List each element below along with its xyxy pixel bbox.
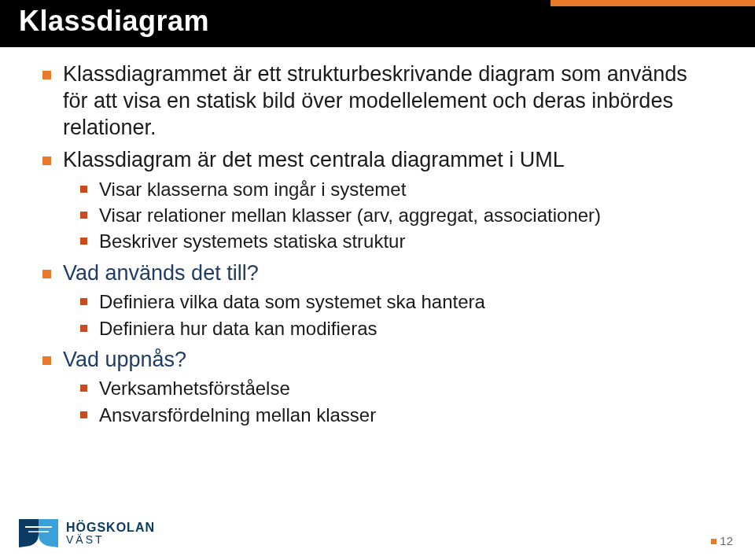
page-number-value: 12 [720, 534, 733, 547]
page-number-bullet-icon [711, 539, 716, 544]
sub-bullet-list: Definiera vilka data som systemet ska ha… [63, 289, 713, 340]
title-accent-strip [551, 0, 755, 6]
bullet-text: Klassdiagram är det mest centrala diagra… [63, 148, 565, 171]
logo-line2: VÄST [66, 534, 155, 545]
content-area: Klassdiagrammet är ett strukturbeskrivan… [42, 61, 713, 433]
sub-bullet-item: Visar klasserna som ingår i systemet [77, 177, 713, 201]
bullet-item: Klassdiagram är det mest centrala diagra… [42, 147, 713, 253]
title-bar: Klassdiagram [0, 0, 755, 47]
logo-mark-icon [17, 518, 60, 549]
sub-bullet-item: Verksamhetsförståelse [77, 376, 713, 400]
sub-bullet-text: Verksamhetsförståelse [99, 378, 290, 399]
logo-text: HÖGSKOLAN VÄST [66, 521, 155, 545]
bullet-text: Vad används det till? [63, 261, 259, 285]
sub-bullet-text: Visar relationer mellan klasser (arv, ag… [99, 204, 601, 226]
sub-bullet-list: Verksamhetsförståelse Ansvarsfördelning … [63, 376, 713, 426]
sub-bullet-item: Beskriver systemets statiska struktur [77, 229, 713, 253]
sub-bullet-text: Definiera vilka data som systemet ska ha… [99, 291, 485, 312]
sub-bullet-text: Definiera hur data kan modifieras [99, 318, 378, 339]
logo: HÖGSKOLAN VÄST [17, 518, 155, 549]
sub-bullet-text: Beskriver systemets statiska struktur [99, 230, 405, 252]
sub-bullet-item: Definiera hur data kan modifieras [77, 316, 713, 341]
bullet-list: Klassdiagrammet är ett strukturbeskrivan… [42, 61, 713, 427]
sub-bullet-text: Visar klasserna som ingår i systemet [99, 179, 406, 200]
sub-bullet-list: Visar klasserna som ingår i systemet Vis… [63, 177, 713, 254]
page-number: 12 [711, 534, 733, 547]
sub-bullet-item: Visar relationer mellan klasser (arv, ag… [77, 203, 713, 227]
slide: Klassdiagram Klassdiagrammet är ett stru… [0, 0, 755, 560]
slide-title: Klassdiagram [19, 5, 209, 38]
bullet-item: Klassdiagrammet är ett strukturbeskrivan… [42, 61, 713, 141]
bullet-item: Vad används det till? Definiera vilka da… [42, 260, 713, 341]
sub-bullet-text: Ansvarsfördelning mellan klasser [99, 404, 376, 426]
bullet-item: Vad uppnås? Verksamhetsförståelse Ansvar… [42, 347, 713, 427]
sub-bullet-item: Definiera vilka data som systemet ska ha… [77, 289, 713, 314]
bullet-text: Vad uppnås? [63, 348, 186, 371]
logo-line1: HÖGSKOLAN [66, 521, 155, 534]
sub-bullet-item: Ansvarsfördelning mellan klasser [77, 403, 713, 427]
bullet-text: Klassdiagrammet är ett strukturbeskrivan… [63, 62, 687, 139]
